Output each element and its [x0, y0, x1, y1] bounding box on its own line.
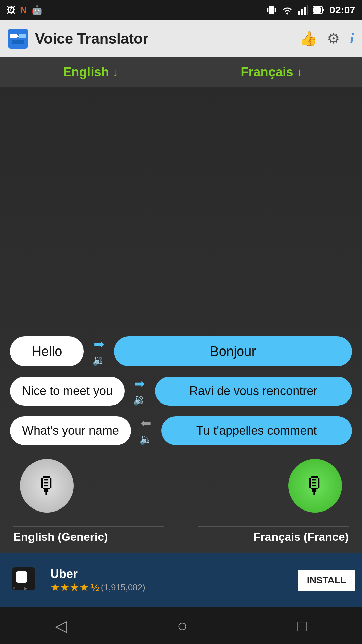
ad-stars-display: ★★★★: [50, 581, 89, 594]
translation-row-2: Nice to meet you ➡ 🔉 Ravi de vous rencon…: [10, 376, 352, 406]
english-lang-arrow: ↓: [112, 66, 118, 79]
mic-button-english[interactable]: 🎙: [20, 459, 74, 513]
app-logo: [8, 29, 28, 49]
svg-rect-15: [16, 571, 27, 583]
english-lang-label: English: [63, 65, 109, 79]
status-right-icons: 02:07: [266, 4, 355, 16]
en-bubble-3[interactable]: What's your name: [10, 416, 131, 445]
english-label-section: English (Generic): [13, 526, 181, 543]
ad-app-name: Uber: [50, 567, 291, 581]
sound-icon-1[interactable]: 🔉: [92, 354, 106, 366]
app-bar: Voice Translator 👍 ⚙ i: [0, 20, 362, 57]
svg-rect-5: [304, 7, 306, 15]
mic-row: 🎙 🎙: [10, 455, 352, 516]
svg-rect-2: [275, 8, 276, 12]
arrow-col-2: ➡ 🔉: [125, 376, 155, 406]
svg-marker-11: [17, 35, 19, 38]
app-title: Voice Translator: [35, 30, 300, 47]
english-label-line: [13, 526, 164, 527]
english-generic-label: English (Generic): [13, 530, 108, 543]
mic-button-french[interactable]: 🎙: [288, 459, 342, 513]
translation-row-1: Hello ➡ 🔉 Bonjour: [10, 336, 352, 366]
robot-icon: 🤖: [32, 5, 42, 15]
svg-rect-12: [19, 34, 26, 38]
lang-label-row: English (Generic) Français (France): [10, 526, 352, 543]
svg-rect-13: [12, 40, 24, 44]
fr-bubble-2[interactable]: Ravi de vous rencontrer: [155, 377, 352, 406]
arrow-col-1: ➡ 🔉: [84, 337, 114, 366]
svg-rect-6: [307, 5, 308, 15]
french-label-section: Français (France): [181, 526, 349, 543]
main-content: Hello ➡ 🔉 Bonjour Nice to meet you ➡ 🔉 R…: [0, 87, 362, 553]
en-bubble-2[interactable]: Nice to meet you: [10, 377, 125, 406]
app-bar-actions: 👍 ⚙ i: [300, 30, 354, 47]
svg-rect-10: [10, 34, 17, 38]
translation-row-3: What's your name ⬅ 🔈 Tu t'appelles comme…: [10, 416, 352, 445]
vibrate-icon: [266, 5, 277, 15]
fr-bubble-1[interactable]: Bonjour: [114, 336, 352, 366]
ad-review-count: (1,915,082): [101, 582, 145, 593]
right-arrow-icon-1: ➡: [94, 337, 104, 352]
notification-n-icon: N: [20, 5, 27, 15]
ad-info: Uber ★★★★ ½ (1,915,082): [50, 567, 291, 594]
fr-bubble-3[interactable]: Tu t'appelles comment: [161, 416, 352, 445]
svg-rect-9: [313, 7, 321, 13]
nav-bar: ◁ ○ □: [0, 607, 362, 644]
svg-rect-8: [323, 9, 324, 11]
ad-rating: ★★★★ ½ (1,915,082): [50, 581, 291, 594]
svg-rect-0: [269, 6, 274, 14]
battery-icon: [313, 6, 325, 14]
svg-rect-4: [301, 9, 303, 15]
ad-logo-container: ✕ ▶: [7, 562, 44, 599]
language-selector-row: English ↓ Français ↓: [0, 57, 362, 87]
signal-icon: [298, 5, 308, 15]
right-arrow-icon-2: ➡: [134, 376, 145, 391]
ad-logo: ✕ ▶: [7, 562, 40, 595]
sound-icon-3[interactable]: 🔈: [139, 433, 153, 445]
french-france-label: Français (France): [254, 530, 349, 543]
svg-text:▶: ▶: [24, 586, 28, 591]
uber-logo-svg: ✕ ▶: [10, 565, 37, 592]
english-lang-btn[interactable]: English ↓: [0, 65, 181, 79]
status-left-icons: 🖼 N 🤖: [7, 5, 42, 15]
ad-half-star: ½: [90, 581, 100, 594]
status-time: 02:07: [329, 4, 355, 16]
sound-icon-2[interactable]: 🔉: [133, 393, 146, 406]
wifi-icon: [281, 5, 293, 15]
french-lang-label: Français: [241, 65, 293, 79]
arrow-col-3: ⬅ 🔈: [131, 416, 161, 445]
thumb-icon[interactable]: 👍: [300, 30, 317, 47]
recent-apps-button[interactable]: □: [297, 616, 307, 635]
ad-install-button[interactable]: INSTALL: [298, 570, 355, 591]
settings-icon[interactable]: ⚙: [327, 30, 340, 47]
svg-text:✕: ✕: [12, 586, 16, 591]
back-button[interactable]: ◁: [55, 616, 67, 635]
ad-banner: ✕ ▶ Uber ★★★★ ½ (1,915,082) INSTALL: [0, 553, 362, 607]
french-lang-btn[interactable]: Français ↓: [181, 65, 362, 79]
info-icon[interactable]: i: [350, 30, 354, 47]
en-bubble-1[interactable]: Hello: [10, 336, 84, 366]
home-button[interactable]: ○: [177, 615, 187, 636]
french-lang-arrow: ↓: [297, 66, 302, 79]
logo-svg: [10, 30, 26, 47]
svg-rect-1: [267, 8, 269, 12]
left-arrow-icon-3: ⬅: [141, 416, 152, 431]
svg-rect-3: [298, 11, 300, 15]
photo-icon: 🖼: [7, 5, 15, 15]
status-bar: 🖼 N 🤖 02:07: [0, 0, 362, 20]
french-label-line: [198, 526, 349, 527]
